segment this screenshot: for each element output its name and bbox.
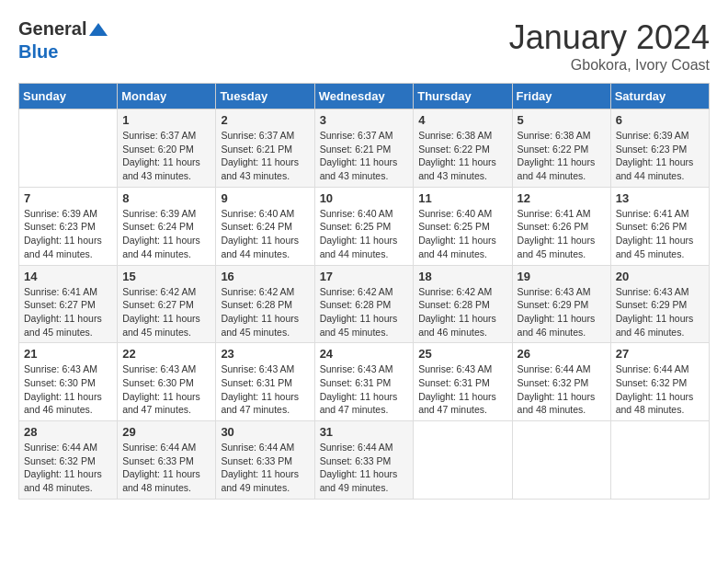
calendar-cell: 11Sunrise: 6:40 AMSunset: 6:25 PMDayligh… — [414, 187, 512, 265]
day-info: Sunrise: 6:40 AMSunset: 6:25 PMDaylight:… — [320, 207, 409, 261]
day-number: 23 — [221, 347, 309, 361]
day-number: 24 — [320, 347, 409, 361]
location-subtitle: Gbokora, Ivory Coast — [509, 57, 710, 74]
calendar-cell: 25Sunrise: 6:43 AMSunset: 6:31 PMDayligh… — [414, 343, 512, 421]
day-number: 26 — [518, 347, 606, 361]
calendar-week-row: 1Sunrise: 6:37 AMSunset: 6:20 PMDaylight… — [19, 109, 710, 188]
day-info: Sunrise: 6:37 AMSunset: 6:20 PMDaylight:… — [122, 129, 210, 183]
day-number: 2 — [221, 113, 309, 127]
day-info: Sunrise: 6:44 AMSunset: 6:33 PMDaylight:… — [320, 441, 409, 495]
day-number: 19 — [518, 270, 606, 283]
calendar-cell: 15Sunrise: 6:42 AMSunset: 6:27 PMDayligh… — [118, 265, 216, 343]
day-info: Sunrise: 6:43 AMSunset: 6:30 PMDaylight:… — [122, 362, 210, 417]
day-number: 15 — [122, 270, 210, 283]
calendar-cell: 9Sunrise: 6:40 AMSunset: 6:24 PMDaylight… — [216, 187, 314, 265]
title-section: January 2024 Gbokora, Ivory Coast — [509, 18, 710, 74]
calendar-cell: 7Sunrise: 6:39 AMSunset: 6:23 PMDaylight… — [19, 187, 118, 265]
day-number: 31 — [320, 425, 409, 439]
day-number: 20 — [616, 270, 704, 283]
page-header: General Blue January 2024 Gbokora, Ivory… — [18, 18, 710, 74]
calendar-table: SundayMondayTuesdayWednesdayThursdayFrid… — [18, 83, 710, 500]
calendar-cell: 13Sunrise: 6:41 AMSunset: 6:26 PMDayligh… — [610, 187, 709, 265]
day-number: 18 — [418, 270, 506, 283]
day-info: Sunrise: 6:37 AMSunset: 6:21 PMDaylight:… — [320, 129, 409, 183]
calendar-cell: 19Sunrise: 6:43 AMSunset: 6:29 PMDayligh… — [512, 265, 610, 343]
day-info: Sunrise: 6:37 AMSunset: 6:21 PMDaylight:… — [221, 129, 309, 183]
day-info: Sunrise: 6:44 AMSunset: 6:33 PMDaylight:… — [122, 441, 210, 495]
weekday-header-friday: Friday — [512, 84, 610, 109]
logo-text: General Blue — [18, 18, 110, 63]
day-info: Sunrise: 6:42 AMSunset: 6:28 PMDaylight:… — [221, 285, 309, 339]
calendar-cell: 17Sunrise: 6:42 AMSunset: 6:28 PMDayligh… — [314, 265, 414, 343]
day-info: Sunrise: 6:42 AMSunset: 6:27 PMDaylight:… — [122, 285, 210, 339]
day-info: Sunrise: 6:40 AMSunset: 6:25 PMDaylight:… — [418, 207, 506, 261]
calendar-cell: 26Sunrise: 6:44 AMSunset: 6:32 PMDayligh… — [512, 343, 610, 421]
calendar-cell: 22Sunrise: 6:43 AMSunset: 6:30 PMDayligh… — [118, 343, 216, 421]
month-year-title: January 2024 — [509, 18, 710, 57]
calendar-cell: 1Sunrise: 6:37 AMSunset: 6:20 PMDaylight… — [118, 109, 216, 188]
calendar-week-row: 28Sunrise: 6:44 AMSunset: 6:32 PMDayligh… — [19, 421, 710, 500]
calendar-week-row: 14Sunrise: 6:41 AMSunset: 6:27 PMDayligh… — [19, 265, 710, 343]
calendar-cell: 18Sunrise: 6:42 AMSunset: 6:28 PMDayligh… — [414, 265, 512, 343]
logo-blue: Blue — [18, 41, 58, 62]
logo-icon — [87, 19, 109, 41]
weekday-header-monday: Monday — [118, 84, 216, 109]
calendar-cell: 20Sunrise: 6:43 AMSunset: 6:29 PMDayligh… — [610, 265, 709, 343]
day-number: 30 — [221, 425, 309, 439]
day-number: 4 — [418, 113, 506, 127]
day-info: Sunrise: 6:39 AMSunset: 6:24 PMDaylight:… — [122, 207, 210, 261]
day-number: 27 — [616, 347, 704, 361]
day-number: 5 — [518, 113, 606, 127]
day-number: 17 — [320, 270, 409, 283]
day-number: 13 — [616, 191, 704, 205]
day-number: 28 — [24, 425, 112, 439]
calendar-cell: 2Sunrise: 6:37 AMSunset: 6:21 PMDaylight… — [216, 109, 314, 188]
calendar-cell: 23Sunrise: 6:43 AMSunset: 6:31 PMDayligh… — [216, 343, 314, 421]
day-info: Sunrise: 6:43 AMSunset: 6:29 PMDaylight:… — [518, 285, 606, 339]
day-info: Sunrise: 6:43 AMSunset: 6:31 PMDaylight:… — [221, 362, 309, 417]
day-info: Sunrise: 6:44 AMSunset: 6:32 PMDaylight:… — [616, 362, 704, 417]
day-number: 12 — [518, 191, 606, 205]
svg-marker-0 — [89, 23, 108, 36]
day-info: Sunrise: 6:38 AMSunset: 6:22 PMDaylight:… — [418, 129, 506, 183]
day-info: Sunrise: 6:40 AMSunset: 6:24 PMDaylight:… — [221, 207, 309, 261]
calendar-cell: 5Sunrise: 6:38 AMSunset: 6:22 PMDaylight… — [512, 109, 610, 188]
day-number: 21 — [24, 347, 112, 361]
day-number: 29 — [122, 425, 210, 439]
day-number: 11 — [418, 191, 506, 205]
calendar-cell: 8Sunrise: 6:39 AMSunset: 6:24 PMDaylight… — [118, 187, 216, 265]
weekday-header-row: SundayMondayTuesdayWednesdayThursdayFrid… — [19, 84, 710, 109]
day-number: 9 — [221, 191, 309, 205]
day-info: Sunrise: 6:43 AMSunset: 6:31 PMDaylight:… — [418, 362, 506, 417]
day-info: Sunrise: 6:41 AMSunset: 6:27 PMDaylight:… — [24, 285, 112, 339]
day-info: Sunrise: 6:44 AMSunset: 6:33 PMDaylight:… — [221, 441, 309, 495]
day-number: 7 — [24, 191, 112, 205]
day-number: 22 — [122, 347, 210, 361]
day-info: Sunrise: 6:44 AMSunset: 6:32 PMDaylight:… — [518, 362, 606, 417]
calendar-cell: 14Sunrise: 6:41 AMSunset: 6:27 PMDayligh… — [19, 265, 118, 343]
calendar-cell: 29Sunrise: 6:44 AMSunset: 6:33 PMDayligh… — [118, 421, 216, 500]
logo: General Blue — [18, 18, 110, 63]
day-info: Sunrise: 6:44 AMSunset: 6:32 PMDaylight:… — [24, 441, 112, 495]
day-number: 14 — [24, 270, 112, 283]
calendar-cell: 27Sunrise: 6:44 AMSunset: 6:32 PMDayligh… — [610, 343, 709, 421]
day-number: 25 — [418, 347, 506, 361]
day-number: 3 — [320, 113, 409, 127]
day-info: Sunrise: 6:43 AMSunset: 6:31 PMDaylight:… — [320, 362, 409, 417]
calendar-week-row: 21Sunrise: 6:43 AMSunset: 6:30 PMDayligh… — [19, 343, 710, 421]
day-number: 16 — [221, 270, 309, 283]
calendar-cell: 31Sunrise: 6:44 AMSunset: 6:33 PMDayligh… — [314, 421, 414, 500]
calendar-cell: 10Sunrise: 6:40 AMSunset: 6:25 PMDayligh… — [314, 187, 414, 265]
calendar-cell — [19, 109, 118, 188]
day-info: Sunrise: 6:43 AMSunset: 6:30 PMDaylight:… — [24, 362, 112, 417]
weekday-header-sunday: Sunday — [19, 84, 118, 109]
day-number: 6 — [616, 113, 704, 127]
weekday-header-wednesday: Wednesday — [314, 84, 414, 109]
calendar-cell: 3Sunrise: 6:37 AMSunset: 6:21 PMDaylight… — [314, 109, 414, 188]
logo-general: General — [18, 18, 86, 39]
calendar-cell — [512, 421, 610, 500]
calendar-week-row: 7Sunrise: 6:39 AMSunset: 6:23 PMDaylight… — [19, 187, 710, 265]
day-info: Sunrise: 6:41 AMSunset: 6:26 PMDaylight:… — [616, 207, 704, 261]
day-number: 1 — [122, 113, 210, 127]
calendar-cell — [610, 421, 709, 500]
